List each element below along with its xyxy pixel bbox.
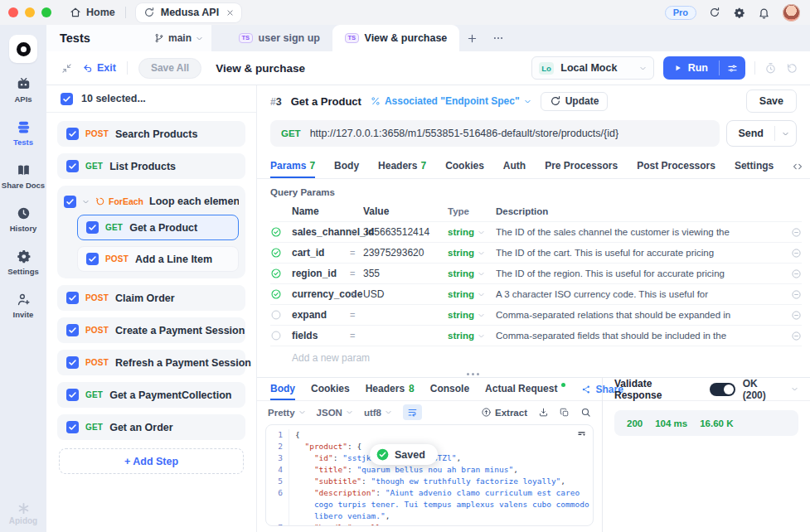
remove-param-icon[interactable] <box>780 227 802 238</box>
param-enabled-icon[interactable] <box>270 247 282 259</box>
test-step[interactable]: POST Refresh a Payment Session <box>57 350 245 375</box>
new-tab-button[interactable] <box>459 25 485 51</box>
param-type[interactable]: string <box>448 310 478 320</box>
param-enabled-icon[interactable] <box>270 288 282 300</box>
request-tab[interactable]: Post Processors <box>637 155 715 178</box>
chevron-down-icon[interactable] <box>82 198 90 206</box>
param-disabled-icon[interactable] <box>270 330 282 341</box>
step-checkbox[interactable] <box>66 160 79 172</box>
notifications-bell-icon[interactable] <box>758 7 770 19</box>
remove-param-icon[interactable] <box>780 289 802 300</box>
foreach-group-header[interactable]: ForEach Loop each element in {{ <box>64 191 239 212</box>
step-checkbox[interactable] <box>66 389 79 401</box>
resize-handle[interactable] <box>464 370 482 378</box>
extract-button[interactable]: Extract <box>481 407 527 418</box>
test-step[interactable]: GET Get an Order <box>57 414 245 440</box>
param-name[interactable]: currency_code <box>292 288 350 300</box>
step-checkbox[interactable] <box>86 253 99 265</box>
select-all-checkbox[interactable] <box>61 93 73 105</box>
code-fold-icon[interactable] <box>577 430 586 439</box>
sidebar-item[interactable]: Share Docs <box>0 162 46 190</box>
restore-history-icon[interactable] <box>786 62 798 75</box>
step-checkbox[interactable] <box>66 421 79 433</box>
remove-param-icon[interactable] <box>780 268 802 279</box>
exit-button[interactable]: Exit <box>83 62 116 74</box>
word-wrap-icon[interactable] <box>403 404 422 420</box>
param-name[interactable]: expand <box>292 309 350 321</box>
request-tab[interactable]: Actual Request <box>485 378 565 400</box>
request-tab[interactable]: Pre Processors <box>545 155 618 178</box>
param-type[interactable]: string <box>448 227 478 237</box>
param-description[interactable]: The ID of the region. This is useful for… <box>496 268 780 278</box>
param-description[interactable]: The ID of the sales channel the customer… <box>496 227 780 237</box>
format-select[interactable]: Pretty <box>268 408 306 418</box>
environment-selector[interactable]: Lo Local Mock <box>531 56 654 80</box>
settings-gear-icon[interactable] <box>733 7 745 19</box>
sidebar-item[interactable]: Invite <box>0 292 46 319</box>
close-window-button[interactable] <box>8 7 18 17</box>
send-options-button[interactable] <box>775 121 796 146</box>
test-step[interactable]: GET List Products <box>57 153 245 179</box>
code-view-icon[interactable] <box>793 162 803 172</box>
param-description[interactable]: The ID of the cart. This is useful for a… <box>496 248 780 258</box>
add-param-placeholder[interactable]: Add a new param <box>270 346 802 370</box>
copy-icon[interactable] <box>560 408 570 418</box>
remove-param-icon[interactable] <box>780 248 802 259</box>
close-tab-icon[interactable] <box>226 9 234 17</box>
group-checkbox[interactable] <box>64 196 76 208</box>
save-button[interactable]: Save <box>746 89 797 113</box>
branch-selector[interactable]: main <box>154 32 203 44</box>
param-enabled-icon[interactable] <box>270 226 282 238</box>
run-options-button[interactable] <box>720 56 745 80</box>
request-tab[interactable]: Body <box>270 378 295 400</box>
sidebar-item[interactable]: Settings <box>0 249 46 276</box>
request-tab[interactable]: Cookies <box>445 155 484 178</box>
step-checkbox[interactable] <box>66 324 79 336</box>
sidebar-item[interactable]: APIs <box>0 76 46 104</box>
param-type[interactable]: string <box>448 331 478 341</box>
test-step[interactable]: POST Create a Payment Session <box>57 317 245 343</box>
param-description[interactable]: A 3 character ISO currency code. This is… <box>496 289 780 299</box>
validate-toggle[interactable] <box>710 383 735 396</box>
home-tab[interactable]: Home <box>70 7 115 18</box>
param-type[interactable]: string <box>448 248 478 258</box>
request-tab[interactable]: Params 7 <box>270 155 315 178</box>
test-step[interactable]: POST Claim Order <box>57 285 245 311</box>
sync-icon[interactable] <box>709 7 720 18</box>
request-tab[interactable]: Body <box>334 155 359 178</box>
user-avatar[interactable] <box>783 4 800 22</box>
language-select[interactable]: JSON <box>317 408 353 418</box>
param-type[interactable]: string <box>448 268 478 278</box>
request-tab[interactable]: Cookies <box>311 378 350 400</box>
url-input[interactable]: GET http://127.0.0.1:3658/m1/553851-5164… <box>270 120 720 147</box>
request-tab[interactable]: Auth <box>503 155 526 178</box>
param-name[interactable]: sales_channel_id <box>292 226 350 238</box>
step-checkbox[interactable] <box>86 221 99 234</box>
param-description[interactable]: Comma-separated fields that should be in… <box>496 331 780 341</box>
test-step[interactable]: POST Add a Line Item <box>77 246 239 272</box>
param-value[interactable]: 23975293620 <box>363 247 448 259</box>
send-button[interactable]: Send <box>727 121 774 146</box>
param-disabled-icon[interactable] <box>270 309 282 321</box>
sidebar-item[interactable]: History <box>0 206 46 233</box>
associated-endpoint-link[interactable]: Associated "Endpoint Spec" <box>371 95 531 107</box>
step-checkbox[interactable] <box>66 292 79 304</box>
request-tab[interactable]: Console <box>430 378 469 400</box>
add-step-button[interactable]: + Add Step <box>59 448 244 474</box>
minimize-window-button[interactable] <box>25 7 35 17</box>
save-all-button[interactable]: Save All <box>138 58 201 79</box>
collapse-panel-icon[interactable] <box>61 63 72 74</box>
schedule-timer-icon[interactable] <box>764 62 777 75</box>
request-tab[interactable]: Headers 8 <box>366 378 415 400</box>
more-tabs-button[interactable] <box>485 25 512 51</box>
test-step[interactable]: GET Get a PaymentCollection <box>57 382 245 408</box>
param-name[interactable]: cart_id <box>292 247 350 259</box>
scenario-tab[interactable]: TS user sign up <box>226 25 332 51</box>
param-description[interactable]: Comma-separated relations that should be… <box>496 310 780 320</box>
request-tab[interactable]: Settings <box>735 155 774 178</box>
step-checkbox[interactable] <box>66 128 79 140</box>
param-enabled-icon[interactable] <box>270 268 282 279</box>
param-value[interactable]: USD <box>363 288 448 300</box>
chevron-down-icon[interactable] <box>791 385 798 393</box>
maximize-window-button[interactable] <box>41 7 51 17</box>
